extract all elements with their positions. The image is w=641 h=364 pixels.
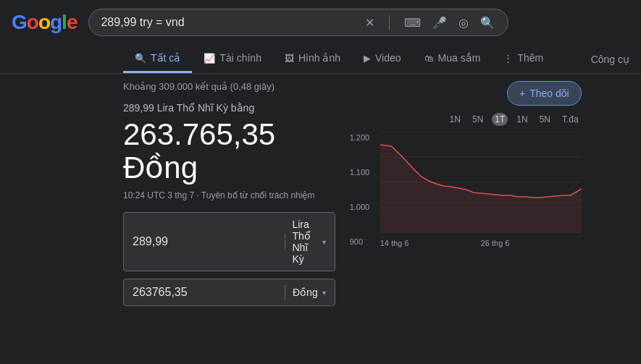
google-logo: Google: [12, 11, 77, 34]
tab-tai-chinh[interactable]: 📈 Tài chính: [192, 45, 273, 73]
theo-doi-label: Theo dõi: [529, 88, 569, 99]
plus-icon: +: [519, 88, 525, 99]
chart-area: 1.200 1.100 1.000 900: [350, 132, 582, 247]
tab-them[interactable]: ⋮ Thêm: [492, 45, 555, 73]
currency-inputs: Lira Thổ Nhĩ Kỳ ▾ Đồng ▾: [123, 212, 335, 306]
keyboard-icon[interactable]: ⌨: [403, 16, 422, 30]
video-tab-icon: ▶: [364, 53, 371, 64]
x-label-14-thg-6: 14 thg 6: [380, 239, 409, 247]
voice-icon[interactable]: 🎤: [431, 16, 448, 30]
lens-icon[interactable]: ◎: [457, 16, 470, 30]
currency-to-selector[interactable]: Đồng ▾: [293, 287, 326, 298]
currency-to-row: Đồng ▾: [123, 279, 335, 306]
tab-video[interactable]: ▶ Video: [352, 45, 413, 73]
chart-svg-wrapper: [380, 132, 582, 233]
search-icon[interactable]: 🔍: [479, 16, 496, 30]
currency-to-input[interactable]: [133, 286, 277, 299]
currency-meta: 10:24 UTC 3 thg 7 · Tuyên bố từ chối trá…: [123, 190, 335, 200]
tab-tat-ca[interactable]: 🔍 Tất cả: [123, 45, 192, 73]
chart-x-labels: 14 thg 6 26 thg 6: [380, 239, 582, 247]
finance-tab-icon: 📈: [204, 53, 215, 64]
tab-video-label: Video: [375, 52, 401, 64]
chart-controls: 1N 5N 1T 1N 5N T.đa: [350, 113, 582, 126]
period-1n-1[interactable]: 1N: [447, 113, 464, 126]
theo-doi-button[interactable]: + Theo dõi: [507, 81, 582, 106]
search-input[interactable]: [101, 16, 364, 29]
y-label-1100: 1.100: [350, 168, 370, 177]
currency-from-selector[interactable]: Lira Thổ Nhĩ Kỳ ▾: [292, 219, 325, 265]
search-bar: ✕ ⌨ 🎤 ◎ 🔍: [88, 9, 508, 36]
period-1n-2[interactable]: 1N: [514, 113, 530, 126]
right-panel: + Theo dõi 1N 5N 1T 1N 5N T.đa 1.200 1.1…: [335, 81, 582, 306]
clear-icon[interactable]: ✕: [364, 16, 376, 30]
header: Google ✕ ⌨ 🎤 ◎ 🔍: [0, 0, 641, 45]
svg-marker-5: [380, 145, 582, 233]
tab-tat-ca-label: Tất cả: [151, 52, 180, 64]
period-1t[interactable]: 1T: [492, 113, 508, 126]
image-tab-icon: 🖼: [285, 53, 294, 64]
y-label-900: 900: [350, 237, 370, 246]
left-panel: Khoảng 309.000 kết quả (0,48 giây) 289,9…: [123, 81, 335, 306]
input-separator-2: [285, 285, 285, 300]
currency-result: 263.765,35 Đồng: [123, 118, 335, 185]
tools-button[interactable]: Công cụ: [591, 46, 629, 72]
chart-svg: [380, 132, 582, 233]
y-label-1200: 1.200: [350, 133, 370, 142]
tab-mua-sam[interactable]: 🛍 Mua sắm: [413, 45, 493, 73]
chevron-down-icon: ▾: [322, 238, 326, 246]
main-content: Khoảng 309.000 kết quả (0,48 giây) 289,9…: [0, 74, 641, 313]
tab-mua-sam-label: Mua sắm: [438, 52, 481, 64]
x-label-26-thg-6: 26 thg 6: [481, 239, 510, 247]
result-count: Khoảng 309.000 kết quả (0,48 giây): [123, 81, 335, 92]
search-tab-icon: 🔍: [135, 53, 146, 64]
y-label-1000: 1.000: [350, 203, 370, 211]
shopping-tab-icon: 🛍: [424, 53, 434, 64]
period-5n-2[interactable]: 5N: [537, 113, 553, 126]
divider: [389, 15, 390, 30]
chevron-down-icon-2: ▾: [322, 289, 326, 297]
currency-from-input[interactable]: [133, 235, 277, 248]
period-tda[interactable]: T.đa: [559, 113, 582, 126]
tab-hinh-anh[interactable]: 🖼 Hình ảnh: [273, 45, 352, 73]
tab-them-label: Thêm: [517, 52, 543, 64]
tab-tai-chinh-label: Tài chính: [219, 52, 261, 64]
currency-label: 289,99 Lira Thổ Nhĩ Kỳ bằng: [123, 102, 335, 114]
chart-y-labels: 1.200 1.100 1.000 900: [350, 132, 370, 247]
currency-from-row: Lira Thổ Nhĩ Kỳ ▾: [123, 212, 335, 271]
more-tab-icon: ⋮: [503, 53, 513, 64]
nav-tabs: 🔍 Tất cả 📈 Tài chính 🖼 Hình ảnh ▶ Video …: [0, 45, 641, 74]
period-5n-1[interactable]: 5N: [469, 113, 486, 126]
tab-hinh-anh-label: Hình ảnh: [298, 52, 340, 64]
currency-from-label: Lira Thổ Nhĩ Kỳ: [292, 219, 317, 265]
currency-to-label: Đồng: [293, 287, 318, 298]
